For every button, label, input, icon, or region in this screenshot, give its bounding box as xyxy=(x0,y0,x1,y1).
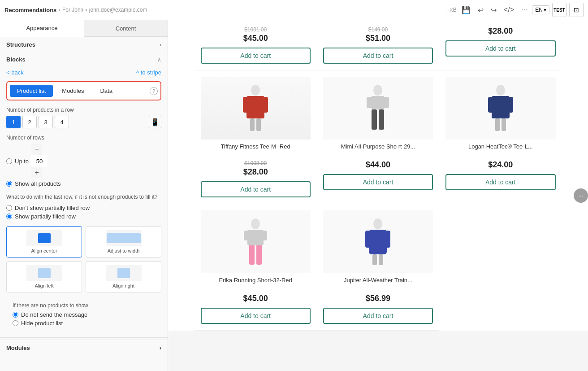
svg-point-0 xyxy=(251,85,260,96)
align-center-option[interactable]: Align center xyxy=(6,226,82,258)
no-products-label: If there are no products to show xyxy=(13,302,155,309)
row-btn-1[interactable]: 1 xyxy=(6,116,21,128)
help-icon[interactable]: ? xyxy=(150,87,158,95)
align-right-option[interactable]: Align right xyxy=(86,261,161,292)
stepper-minus-btn[interactable]: − xyxy=(31,144,42,155)
add-to-cart-button[interactable]: Add to cart xyxy=(323,308,433,324)
structures-header[interactable]: Structures › xyxy=(0,37,168,52)
show-all-radio-row: Show all products xyxy=(6,180,161,187)
align-left-label: Align left xyxy=(35,283,53,288)
add-to-cart-button[interactable]: Add to cart xyxy=(201,308,311,324)
code-btn[interactable]: </> xyxy=(502,5,516,15)
adjust-width-option[interactable]: Adjust to width xyxy=(86,226,161,258)
test-label: TEST xyxy=(553,8,565,13)
num-rows-group: Number of rows Up to − + Show all produc… xyxy=(6,135,161,187)
hide-list-radio[interactable] xyxy=(13,320,18,326)
product-price: $51.00 xyxy=(323,34,433,43)
product-silhouette xyxy=(364,217,391,266)
svg-point-24 xyxy=(373,218,382,229)
more-icon: ··· xyxy=(578,192,584,199)
product-card: Logan HeatTec® Tee-L... $24.00 Add to ca… xyxy=(439,70,562,204)
mobile-icon-symbol: 📱 xyxy=(151,118,160,127)
align-center-block xyxy=(38,233,51,243)
breadcrumb-nav: < back ^ to stripe xyxy=(0,66,168,79)
stepper-value-input[interactable] xyxy=(31,155,48,167)
topbar-for: For John xyxy=(62,7,83,13)
product-silhouette xyxy=(242,83,269,133)
tab-product-list[interactable]: Product list xyxy=(10,85,53,97)
no-products-section: If there are no products to show Do not … xyxy=(6,299,161,332)
row-btn-3[interactable]: 3 xyxy=(39,116,53,128)
num-rows-label: Number of rows xyxy=(6,135,161,141)
tab-content[interactable]: Content xyxy=(84,20,168,36)
topbar-email: john.doe@example.com xyxy=(89,7,147,13)
undo-btn[interactable]: ↩ xyxy=(476,5,486,15)
svg-rect-28 xyxy=(372,254,377,265)
svg-rect-20 xyxy=(256,243,262,265)
do-not-send-row: Do not send the message xyxy=(13,311,155,318)
stepper-plus-btn[interactable]: + xyxy=(31,167,42,179)
product-price: $56.99 xyxy=(323,294,433,303)
add-to-cart-button[interactable]: Add to cart xyxy=(201,48,311,64)
to-stripe-button[interactable]: ^ to stripe xyxy=(136,69,161,76)
svg-rect-17 xyxy=(502,118,506,131)
expand-icon: ⊡ xyxy=(574,6,579,13)
show-all-radio[interactable] xyxy=(6,181,12,187)
svg-rect-27 xyxy=(384,231,390,248)
add-to-cart-button[interactable]: Add to cart xyxy=(445,40,555,57)
product-card: $28.00 Add to cart xyxy=(439,20,562,70)
dont-show-radio[interactable] xyxy=(6,205,12,211)
product-image xyxy=(201,77,311,140)
product-image xyxy=(445,77,555,140)
num-products-row-label: Number of products in a row xyxy=(6,107,161,113)
align-left-option[interactable]: Align left xyxy=(6,261,82,292)
svg-rect-19 xyxy=(249,243,255,265)
add-to-cart-button[interactable]: Add to cart xyxy=(445,174,555,190)
row-btn-4[interactable]: 4 xyxy=(55,116,69,128)
align-right-block xyxy=(117,268,130,278)
product-card: $1001.00 $45.00 Add to cart xyxy=(195,20,317,70)
product-name: Tiffany Fitness Tee-M -Red xyxy=(201,143,311,158)
language-selector[interactable]: EN ▾ xyxy=(532,5,549,14)
divider xyxy=(0,337,168,338)
svg-rect-8 xyxy=(367,97,372,108)
more-options-btn[interactable]: ··· xyxy=(519,5,529,15)
back-button[interactable]: < back xyxy=(6,69,24,76)
product-grid-row1: $1001.00 $45.00 Add to cart $149.00 $51.… xyxy=(195,20,562,70)
row-buttons: 1 2 3 4 📱 xyxy=(6,116,161,128)
product-silhouette xyxy=(242,217,269,266)
product-price: $45.00 xyxy=(201,294,311,303)
topbar-size: – kB xyxy=(446,7,457,13)
up-to-radio[interactable] xyxy=(6,158,12,164)
show-partial-radio[interactable] xyxy=(6,214,12,219)
tab-appearance[interactable]: Appearance xyxy=(0,20,84,37)
topbar-dot: • xyxy=(58,7,61,13)
add-to-cart-button[interactable]: Add to cart xyxy=(201,181,311,197)
svg-rect-16 xyxy=(495,118,500,131)
chevron-down-icon: ▾ xyxy=(544,7,546,13)
product-card: Jupiter All-Weather Train... $56.99 Add … xyxy=(317,204,439,331)
do-not-send-radio[interactable] xyxy=(13,312,18,318)
modules-footer[interactable]: Modules › xyxy=(0,340,168,356)
add-to-cart-button[interactable]: Add to cart xyxy=(323,48,433,64)
product-original-price: $149.00 xyxy=(323,26,433,33)
row-btn-2[interactable]: 2 xyxy=(22,116,37,128)
chevron-down-icon[interactable]: ∧ xyxy=(157,57,161,63)
adjust-width-label: Adjust to width xyxy=(108,248,140,253)
do-not-send-label: Do not send the message xyxy=(21,311,87,318)
tab-data[interactable]: Data xyxy=(93,85,119,97)
mobile-preview-icon[interactable]: 📱 xyxy=(149,116,161,128)
show-partial-row: Show partially filled row xyxy=(6,213,161,220)
adjust-width-block xyxy=(107,233,141,243)
product-price: $24.00 xyxy=(445,160,555,170)
product-grid-row2: Tiffany Fitness Tee-M -Red $1008.00 $28.… xyxy=(195,70,562,204)
test-btn[interactable]: TEST xyxy=(552,3,566,17)
save-icon-btn[interactable]: 💾 xyxy=(459,5,473,15)
tab-modules[interactable]: Modules xyxy=(55,85,91,97)
expand-btn[interactable]: ⊡ xyxy=(569,3,584,17)
add-to-cart-button[interactable]: Add to cart xyxy=(323,174,433,190)
main-layout: Appearance Content Structures › Blocks ∧… xyxy=(0,20,588,371)
redo-btn[interactable]: ↪ xyxy=(489,5,499,15)
product-silhouette xyxy=(487,83,514,133)
floating-more-btn[interactable]: ··· xyxy=(574,188,588,203)
